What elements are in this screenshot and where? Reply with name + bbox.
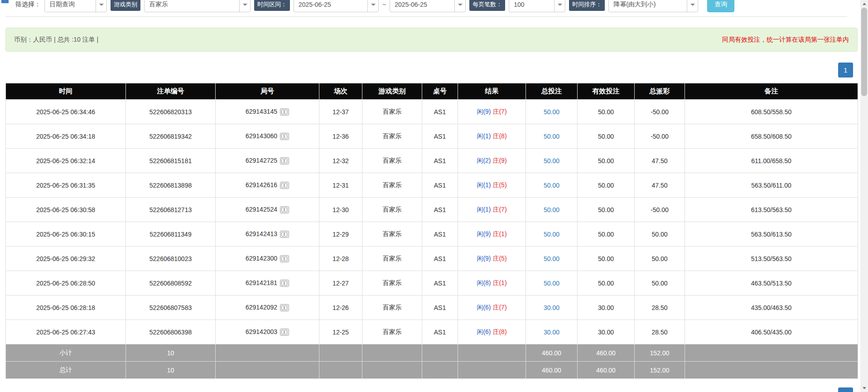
result-cell: 闲(2) 庄(9) [458, 149, 526, 173]
round-number: 629142616 [246, 181, 277, 189]
date-to-select[interactable]: 2025-06-25 [390, 0, 466, 12]
footer-cell [685, 344, 858, 362]
table-number-cell: AS1 [422, 295, 458, 320]
cards-icon[interactable] [280, 329, 289, 336]
total-bet-link[interactable]: 50.00 [544, 206, 559, 213]
game-type-cell: 百家乐 [362, 271, 422, 295]
footer-cell [216, 344, 319, 362]
date-from-select[interactable]: 2025-06-25 [294, 0, 379, 12]
bet-time-cell: 2025-06-25 06:32:14 [6, 149, 126, 173]
bet-records-table: 时间注单编号局号场次游戏类别桌号结果总投注有效投注总派彩备注 2025-06-2… [5, 83, 858, 379]
valid-bet-cell: 50.00 [578, 222, 635, 247]
round-number: 629142003 [246, 328, 277, 335]
cards-icon[interactable] [280, 255, 289, 262]
table-number-cell: AS1 [422, 222, 458, 247]
page-1-button-bottom[interactable]: 1 [838, 387, 853, 392]
session-cell: 12-29 [319, 222, 362, 247]
payout-cell: 50.00 [635, 222, 685, 247]
total-bet-link[interactable]: 50.00 [544, 255, 559, 262]
column-header: 总派彩 [635, 83, 685, 100]
round-id-cell: 629142413 [216, 222, 319, 247]
round-id-cell: 629142616 [216, 173, 319, 198]
table-number-cell: AS1 [422, 124, 458, 149]
scrollbar[interactable] [860, 0, 868, 392]
session-cell: 12-30 [319, 198, 362, 222]
round-id-cell: 629142003 [216, 320, 319, 344]
total-bet-link[interactable]: 30.00 [544, 329, 559, 336]
footer-cell [216, 362, 319, 379]
table-number-cell: AS1 [422, 100, 458, 124]
payout-cell: 28.50 [635, 295, 685, 320]
total-bet-link[interactable]: 50.00 [544, 133, 559, 140]
total-bet-link[interactable]: 30.00 [544, 304, 559, 311]
chevron-down-icon [96, 0, 106, 12]
footer-cell [422, 362, 458, 379]
sort-select[interactable]: 降幂(由大到小) [608, 0, 698, 12]
result-player: 闲(9) [477, 255, 491, 262]
cards-icon[interactable] [280, 206, 289, 213]
table-row: 2025-06-25 06:30:15522606811349629142413… [6, 222, 858, 247]
result-player: 闲(1) [477, 181, 491, 189]
game-type-cell: 百家乐 [362, 295, 422, 320]
page: 筛选择： 日期查询 游戏类别 百家乐 时间区间： 2025-06-25 ~ 20… [0, 0, 868, 392]
filter-bar: 筛选择： 日期查询 游戏类别 百家乐 时间区间： 2025-06-25 ~ 20… [5, 0, 847, 17]
table-number-cell: AS1 [422, 320, 458, 344]
cards-icon[interactable] [280, 157, 289, 165]
round-id-cell: 629142092 [216, 295, 319, 320]
valid-bet-cell: 50.00 [578, 198, 635, 222]
bet-id-cell: 522606808592 [126, 271, 216, 295]
cards-icon[interactable] [280, 133, 289, 140]
cards-icon[interactable] [280, 231, 289, 238]
cards-icon[interactable] [280, 108, 289, 116]
page-size-select[interactable]: 100 [509, 0, 565, 12]
bet-time-cell: 2025-06-25 06:30:58 [6, 198, 126, 222]
game-type-select[interactable]: 百家乐 [144, 0, 251, 12]
chevron-down-icon [687, 0, 698, 12]
footer-cell: 460.00 [526, 362, 578, 379]
table-row: 2025-06-25 06:34:46522606820313629143145… [6, 100, 858, 124]
cards-icon[interactable] [280, 280, 289, 287]
total-bet-link[interactable]: 50.00 [544, 280, 559, 287]
scrollbar-thumb[interactable] [861, 8, 867, 96]
result-cell: 闲(1) 庄(8) [458, 124, 526, 149]
page-1-button[interactable]: 1 [838, 63, 853, 77]
sort-label: 时间排序： [569, 0, 605, 11]
column-header: 桌号 [422, 83, 458, 100]
date-from-value: 2025-06-25 [294, 1, 336, 8]
total-bet-link[interactable]: 50.00 [544, 108, 559, 116]
chevron-down-icon [367, 0, 378, 12]
result-player: 闲(2) [477, 157, 491, 164]
result-banker: 庄(7) [492, 108, 506, 115]
session-cell: 12-26 [319, 295, 362, 320]
query-type-select[interactable]: 日期查询 [44, 0, 107, 12]
time-range-label: 时间区间： [254, 0, 290, 11]
query-button[interactable]: 查询 [707, 0, 734, 12]
result-banker: 庄(8) [492, 328, 506, 335]
valid-bet-cell: 30.00 [578, 320, 635, 344]
arrow-up-icon[interactable] [860, 0, 868, 8]
pagination-top: 1 [5, 63, 858, 77]
table-number-cell: AS1 [422, 149, 458, 173]
remark-cell: 406.50/435.00 [685, 320, 858, 344]
footer-cell: 10 [126, 362, 216, 379]
arrow-down-icon[interactable] [860, 384, 868, 392]
column-header: 时间 [6, 83, 126, 100]
result-banker: 庄(7) [492, 206, 506, 213]
footer-cell [362, 344, 422, 362]
remark-cell: 563.50/611.00 [685, 173, 858, 198]
session-cell: 12-31 [319, 173, 362, 198]
total-bet-link[interactable]: 50.00 [544, 157, 559, 165]
round-id-cell: 629142725 [216, 149, 319, 173]
table-header-row: 时间注单编号局号场次游戏类别桌号结果总投注有效投注总派彩备注 [6, 83, 858, 100]
valid-bet-cell: 50.00 [578, 149, 635, 173]
cards-icon[interactable] [280, 182, 289, 189]
footer-cell [458, 362, 526, 379]
remark-cell: 611.00/658.50 [685, 149, 858, 173]
total-bet-link[interactable]: 50.00 [544, 231, 559, 238]
column-header: 备注 [685, 83, 858, 100]
remark-cell: 435.00/463.50 [685, 295, 858, 320]
footer-cell [685, 362, 858, 379]
cards-icon[interactable] [280, 304, 289, 311]
round-id-cell: 629143060 [216, 124, 319, 149]
total-bet-link[interactable]: 50.00 [544, 182, 559, 189]
